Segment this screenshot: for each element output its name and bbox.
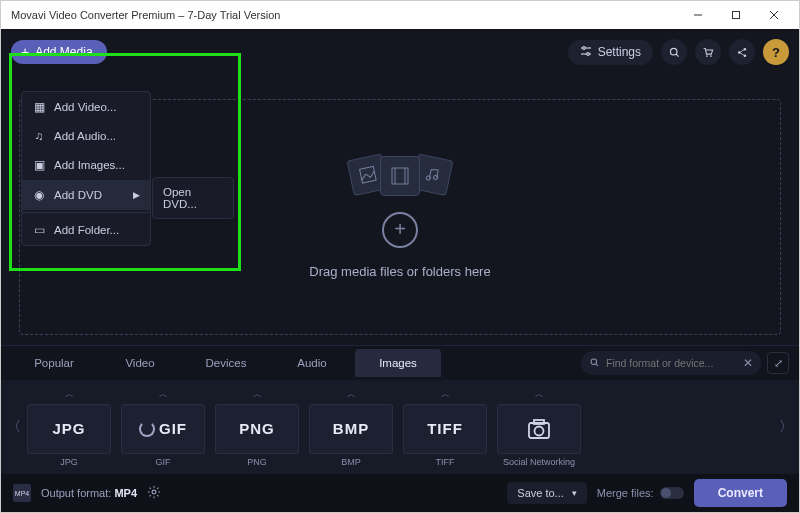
output-format-text: Output format: MP4 bbox=[41, 487, 137, 499]
titlebar: Movavi Video Converter Premium – 7-Day T… bbox=[1, 1, 799, 29]
format-logo: BMP bbox=[309, 404, 393, 454]
svg-line-15 bbox=[740, 49, 744, 51]
expand-panel-button[interactable]: ⤢ bbox=[767, 352, 789, 374]
plus-icon: + bbox=[21, 45, 29, 59]
cart-button[interactable] bbox=[695, 39, 721, 65]
format-label: JPG bbox=[60, 457, 78, 467]
maximize-button[interactable] bbox=[717, 1, 755, 29]
app-body: + Add Media Settings ? ▦ Add Video... ♫ bbox=[1, 29, 799, 512]
svg-line-9 bbox=[676, 54, 678, 56]
format-panel: Popular Video Devices Audio Images ✕ ⤢ 〈… bbox=[1, 345, 799, 474]
format-card-social[interactable]: ︿ Social Networking bbox=[495, 388, 583, 467]
add-dvd-submenu: Open DVD... bbox=[152, 177, 234, 219]
chevron-up-icon: ︿ bbox=[441, 388, 450, 401]
film-icon: ▦ bbox=[32, 100, 46, 114]
format-label: GIF bbox=[156, 457, 171, 467]
chevron-right-icon: ▶ bbox=[133, 190, 140, 200]
svg-rect-1 bbox=[733, 12, 740, 19]
svg-point-27 bbox=[535, 426, 544, 435]
dropzone-text: Drag media files or folders here bbox=[309, 264, 490, 279]
svg-rect-18 bbox=[392, 168, 408, 184]
menu-add-images[interactable]: ▣ Add Images... bbox=[22, 150, 150, 180]
settings-label: Settings bbox=[598, 45, 641, 59]
format-search[interactable]: ✕ bbox=[581, 351, 761, 375]
window-title: Movavi Video Converter Premium – 7-Day T… bbox=[11, 9, 679, 21]
bottom-bar: MP4 Output format: MP4 Save to... ▾ Merg… bbox=[1, 474, 799, 512]
format-tabs: Popular Video Devices Audio Images ✕ ⤢ bbox=[1, 346, 799, 380]
format-card-bmp[interactable]: ︿ BMP BMP bbox=[307, 388, 395, 467]
scroll-left-button[interactable]: 〈 bbox=[3, 380, 25, 474]
format-card-gif[interactable]: ︿ GIF GIF bbox=[119, 388, 207, 467]
svg-point-8 bbox=[670, 48, 677, 55]
format-label: BMP bbox=[341, 457, 361, 467]
tab-video[interactable]: Video bbox=[97, 349, 183, 377]
app-window: Movavi Video Converter Premium – 7-Day T… bbox=[0, 0, 800, 513]
svg-rect-26 bbox=[534, 420, 544, 424]
format-label: TIFF bbox=[436, 457, 455, 467]
tab-popular[interactable]: Popular bbox=[11, 349, 97, 377]
film-tile-icon bbox=[380, 156, 420, 196]
image-icon: ▣ bbox=[32, 158, 46, 172]
minimize-button[interactable] bbox=[679, 1, 717, 29]
add-files-plus-button[interactable]: + bbox=[382, 212, 418, 248]
add-media-menu: ▦ Add Video... ♫ Add Audio... ▣ Add Imag… bbox=[21, 91, 151, 246]
format-label: PNG bbox=[247, 457, 267, 467]
search-icon bbox=[589, 354, 600, 372]
format-logo: JPG bbox=[27, 404, 111, 454]
share-button[interactable] bbox=[729, 39, 755, 65]
formats-row: 〈 ︿ JPG JPG ︿ GIF GIF ︿ PNG bbox=[1, 380, 799, 474]
output-format-icon: MP4 bbox=[13, 484, 31, 502]
question-icon: ? bbox=[772, 45, 780, 60]
svg-point-6 bbox=[582, 46, 585, 49]
menu-add-folder[interactable]: ▭ Add Folder... bbox=[22, 215, 150, 245]
help-button[interactable]: ? bbox=[763, 39, 789, 65]
folder-icon: ▭ bbox=[32, 223, 46, 237]
clear-search-icon[interactable]: ✕ bbox=[743, 356, 753, 370]
sliders-icon bbox=[580, 45, 592, 60]
format-card-tiff[interactable]: ︿ TIFF TIFF bbox=[401, 388, 489, 467]
menu-open-dvd[interactable]: Open DVD... bbox=[153, 178, 233, 218]
format-card-png[interactable]: ︿ PNG PNG bbox=[213, 388, 301, 467]
tab-devices[interactable]: Devices bbox=[183, 349, 269, 377]
format-logo: PNG bbox=[215, 404, 299, 454]
svg-point-23 bbox=[591, 359, 597, 365]
chevron-up-icon: ︿ bbox=[253, 388, 262, 401]
merge-files-toggle[interactable] bbox=[660, 487, 684, 499]
dropzone-illustration bbox=[344, 156, 456, 196]
top-toolbar: + Add Media Settings ? bbox=[1, 29, 799, 69]
format-label: Social Networking bbox=[503, 457, 575, 467]
format-logo: GIF bbox=[121, 404, 205, 454]
tab-audio[interactable]: Audio bbox=[269, 349, 355, 377]
chevron-up-icon: ︿ bbox=[159, 388, 168, 401]
chevron-up-icon: ︿ bbox=[347, 388, 356, 401]
svg-line-16 bbox=[740, 52, 744, 54]
format-cards: ︿ JPG JPG ︿ GIF GIF ︿ PNG PNG bbox=[25, 388, 775, 467]
chevron-up-icon: ︿ bbox=[65, 388, 74, 401]
chevron-down-icon: ▾ bbox=[572, 488, 577, 498]
disc-icon: ◉ bbox=[32, 188, 46, 202]
camera-icon bbox=[497, 404, 581, 454]
menu-add-audio[interactable]: ♫ Add Audio... bbox=[22, 122, 150, 150]
search-button[interactable] bbox=[661, 39, 687, 65]
svg-point-28 bbox=[152, 490, 156, 494]
svg-point-11 bbox=[710, 55, 712, 57]
format-search-input[interactable] bbox=[606, 357, 737, 369]
chevron-up-icon: ︿ bbox=[535, 388, 544, 401]
scroll-right-button[interactable]: 〉 bbox=[775, 380, 797, 474]
tab-images[interactable]: Images bbox=[355, 349, 441, 377]
add-media-label: Add Media bbox=[35, 45, 92, 59]
svg-point-10 bbox=[706, 55, 708, 57]
convert-button[interactable]: Convert bbox=[694, 479, 787, 507]
svg-line-24 bbox=[596, 364, 598, 366]
add-media-button[interactable]: + Add Media bbox=[11, 40, 107, 64]
menu-add-video[interactable]: ▦ Add Video... bbox=[22, 92, 150, 122]
output-settings-button[interactable] bbox=[147, 485, 161, 501]
merge-files-control: Merge files: bbox=[597, 487, 684, 499]
close-button[interactable] bbox=[755, 1, 793, 29]
svg-point-7 bbox=[586, 52, 589, 55]
settings-button[interactable]: Settings bbox=[568, 40, 653, 65]
menu-add-dvd[interactable]: ◉ Add DVD ▶ bbox=[22, 180, 150, 210]
format-card-jpg[interactable]: ︿ JPG JPG bbox=[25, 388, 113, 467]
save-to-button[interactable]: Save to... ▾ bbox=[507, 482, 586, 504]
format-logo: TIFF bbox=[403, 404, 487, 454]
